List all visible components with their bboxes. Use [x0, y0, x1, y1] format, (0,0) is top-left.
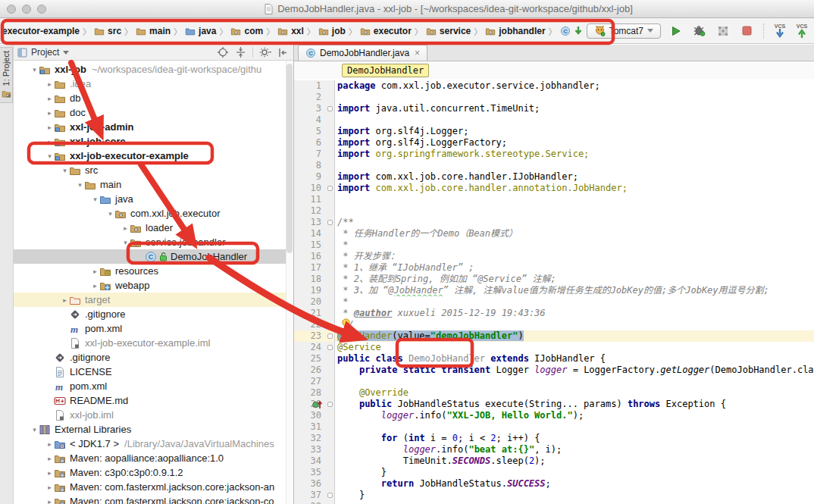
tree-item-README.md[interactable]: README.md — [14, 393, 293, 408]
zoom-window-button[interactable] — [37, 5, 46, 14]
code-line-38[interactable]: 38 — [294, 501, 814, 504]
code-text[interactable]: */ — [335, 319, 814, 330]
collapsed-arrow-icon[interactable]: ▸ — [45, 138, 54, 146]
code-line-35[interactable]: 35 } — [294, 467, 814, 478]
locate-file-button[interactable] — [216, 46, 230, 58]
code-line-28[interactable]: 28 @Override — [294, 387, 814, 399]
navbar-item-job[interactable]: job — [318, 25, 346, 37]
tree-item-External-Libraries[interactable]: ▾External Libraries — [14, 422, 293, 437]
collapsed-arrow-icon[interactable]: ▸ — [45, 498, 54, 504]
code-line-23[interactable]: 23@JobHander(value="demoJobHandler") — [294, 330, 814, 342]
collapsed-arrow-icon[interactable]: ▸ — [91, 282, 99, 290]
collapsed-arrow-icon[interactable]: ▸ — [45, 484, 54, 491]
close-tab-icon[interactable]: × — [415, 48, 420, 58]
code-text[interactable]: * 任务Handler的一个Demo（Bean模式） — [335, 228, 814, 239]
code-text[interactable]: /** — [335, 217, 814, 228]
collapsed-arrow-icon[interactable]: ▸ — [45, 440, 54, 448]
tree-item-pom.xml[interactable]: mpom.xml — [14, 321, 293, 336]
code-text[interactable]: import org.slf4j.Logger; — [335, 126, 814, 137]
navbar-item-executor-example[interactable]: executor-example — [2, 25, 80, 37]
tree-item-LICENSE[interactable]: LICENSE — [14, 365, 293, 379]
code-line-16[interactable]: 16 * 开发步骤： — [294, 251, 814, 262]
fold-marker-icon[interactable] — [327, 345, 333, 350]
code-line-4[interactable]: 4 — [294, 114, 814, 126]
run-button[interactable] — [668, 23, 684, 39]
code-text[interactable] — [335, 421, 814, 433]
code-text[interactable] — [335, 501, 814, 504]
close-window-button[interactable] — [7, 5, 16, 14]
tree-item-xxl-job.iml[interactable]: xxl-job.iml — [14, 408, 293, 422]
tree-item-.idea[interactable]: ▸.idea — [14, 77, 293, 91]
fold-marker-icon[interactable] — [327, 106, 333, 111]
vcs-update-button[interactable]: VCS — [772, 23, 787, 38]
fold-marker-icon[interactable] — [327, 186, 333, 191]
code-line-2[interactable]: 2 — [294, 92, 814, 103]
collapsed-arrow-icon[interactable]: ▸ — [45, 455, 54, 462]
navbar-item-jobhandler[interactable]: jobhandler — [484, 25, 546, 37]
expanded-arrow-icon[interactable]: ▾ — [91, 196, 99, 203]
debug-button[interactable] — [691, 23, 708, 39]
fold-marker-icon[interactable] — [327, 220, 333, 225]
breadcrumb-class-chip[interactable]: DemoJobHandler — [342, 64, 429, 77]
code-text[interactable]: * @author xuxueli 2015-12-19 19:43:36 — [335, 308, 814, 319]
fold-marker-icon[interactable] — [327, 333, 333, 339]
fold-gutter[interactable] — [326, 342, 335, 353]
code-text[interactable] — [335, 114, 814, 126]
code-line-7[interactable]: 7import org.springframework.stereotype.S… — [294, 149, 814, 160]
code-text[interactable]: * 3、加 “@JobHander” 注解, 注解value值为新增任务生成的J… — [335, 285, 814, 296]
code-text[interactable]: public JobHandleStatus execute(String...… — [335, 399, 814, 410]
expanded-arrow-icon[interactable]: ▾ — [30, 426, 39, 434]
expanded-arrow-icon[interactable]: ▾ — [76, 181, 84, 189]
tree-item-doc[interactable]: ▸doc — [14, 105, 293, 120]
navbar-item-main[interactable]: main — [135, 25, 171, 37]
tree-item-Maven-c3p0-c3p0-0.9.1.2[interactable]: ▸Maven: c3p0:c3p0:0.9.1.2 — [14, 465, 293, 480]
tree-item-loader[interactable]: ▸loader — [14, 221, 293, 235]
expanded-arrow-icon[interactable]: ▾ — [61, 167, 69, 174]
code-text[interactable]: import com.xxl.job.core.handler.IJobHand… — [335, 171, 814, 183]
code-line-25[interactable]: 25public class DemoJobHandler extends IJ… — [294, 353, 814, 365]
code-text[interactable]: import org.slf4j.LoggerFactory; — [335, 137, 814, 149]
collapsed-arrow-icon[interactable]: ▸ — [45, 124, 54, 131]
code-line-36[interactable]: 36 return JobHandleStatus.SUCCESS; — [294, 478, 814, 490]
code-text[interactable]: import com.xxl.job.core.handler.annotati… — [335, 183, 814, 194]
code-text[interactable]: TimeUnit.SECONDS.sleep(2); — [335, 455, 814, 467]
tree-item-db[interactable]: ▸db — [14, 91, 293, 105]
code-line-14[interactable]: 14 * 任务Handler的一个Demo（Bean模式） — [294, 228, 814, 239]
navbar-item-executor[interactable]: executor — [359, 25, 412, 37]
project-tool-window-tab[interactable]: 1: Project — [0, 47, 13, 103]
tree-item-target[interactable]: ▸target — [14, 293, 293, 307]
code-line-6[interactable]: 6import org.slf4j.LoggerFactory; — [294, 137, 814, 149]
code-editor[interactable]: 1package com.xxl.job.executor.service.jo… — [294, 79, 814, 504]
code-text[interactable]: } — [335, 467, 814, 478]
tree-item-xxl-job[interactable]: ▾xxl-job~/workspaces/idea-git-workspace/… — [14, 62, 293, 77]
code-text[interactable] — [335, 92, 814, 103]
code-text[interactable]: import org.springframework.stereotype.Se… — [335, 149, 814, 160]
code-text[interactable]: * — [335, 296, 814, 308]
code-line-37[interactable]: 37 } — [294, 490, 814, 501]
code-text[interactable]: * 开发步骤： — [335, 251, 814, 262]
fold-gutter[interactable] — [326, 217, 335, 228]
tree-item-DemoJobHandler[interactable]: CDemoJobHandler — [14, 249, 293, 264]
code-line-11[interactable]: 11 — [294, 194, 814, 205]
code-line-20[interactable]: 20 * — [294, 296, 814, 308]
code-line-18[interactable]: 18 * 2、装配到Spring, 例如加 “@Service” 注解; — [294, 274, 814, 285]
collapsed-arrow-icon[interactable]: ▸ — [121, 224, 130, 232]
collapsed-arrow-icon[interactable]: ▸ — [61, 296, 69, 304]
code-text[interactable]: * 1、继承 “IJobHandler” ; — [335, 262, 814, 274]
navbar-item-service[interactable]: service — [425, 25, 471, 37]
vcs-commit-button[interactable]: VCS — [794, 23, 809, 38]
run-with-coverage-button[interactable] — [715, 23, 731, 39]
fold-gutter[interactable] — [326, 490, 335, 501]
settings-gear-button[interactable] — [258, 46, 272, 58]
tree-item-src[interactable]: ▾src — [14, 163, 293, 177]
tree-item-com.xxl.job.executor[interactable]: ▾com.xxl.job.executor — [14, 206, 293, 221]
fold-gutter[interactable] — [326, 183, 335, 194]
code-line-15[interactable]: 15 * — [294, 239, 814, 251]
collapsed-arrow-icon[interactable]: ▸ — [45, 80, 54, 88]
code-line-3[interactable]: 3import java.util.concurrent.TimeUnit; — [294, 103, 814, 114]
code-text[interactable]: @Override — [335, 387, 814, 399]
tree-item-webapp[interactable]: ▸webapp — [14, 278, 293, 293]
tree-item-pom.xml[interactable]: mpom.xml — [14, 379, 293, 393]
code-line-19[interactable]: 19 * 3、加 “@JobHander” 注解, 注解value值为新增任务生… — [294, 285, 814, 296]
code-line-24[interactable]: 24@Service — [294, 342, 814, 353]
